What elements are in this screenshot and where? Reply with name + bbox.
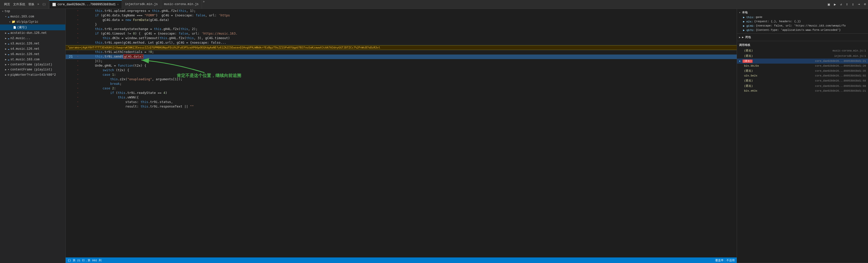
sidebar-item-contentframe2[interactable]: ▶ ▪ contentFrame (playlist) [0,67,65,72]
callstack-row-1[interactable]: (匿名) injectorsdk.min.js:1 [737,53,868,59]
code-line-3: - gC4G.data = new FormData(gC4G.data) [66,18,737,23]
tab-file-icon: ⬜ [52,3,56,6]
sidebar-item-contentframe1[interactable]: ▶ ▪ contentFrame (playlist) [0,62,65,67]
cloud-icon-s3: ☁ [7,42,9,45]
debug-step-out[interactable]: ↥ [851,2,855,7]
local-gc4g-key: ▶ gC4G: [743,24,755,28]
editor-area: - this.tr9i.upload.onprogress = this.gH4… [66,9,737,263]
debug-step-back[interactable]: ⇥ [857,2,861,7]
sidebar-item-s6[interactable]: ▶ ☁ s6.music.126.net [0,52,65,57]
frame-loc-1: injectorsdk.min.js:1 [834,55,866,58]
nav-more[interactable]: » [36,2,40,6]
cloud-icon-s4: ☁ [7,47,9,51]
local-this-key: ▶ this: [743,15,755,19]
callstack-row-5[interactable]: u2x.be2x core_dae028de26...09953b93bd1:9… [737,73,868,78]
sidebar-item-acstatic[interactable]: ▶ ☁ acstatic-dun.126.net [0,30,65,36]
arrow-icon-stpip: ▾ [9,21,10,24]
debug-step-into[interactable]: ↧ [845,2,849,7]
sidebar-item-n2[interactable]: ▶ ☁ n2.music... [0,36,65,41]
local-variables-section: ▾ 本地 ▶ this: ga4e ▶ e2x: {request: {…}, … [737,9,868,34]
frame-name-1: (匿名) [744,54,832,58]
arrow-icon-top: ▾ [2,10,3,13]
code-lines-bottom[interactable]: - this.tr9i.withCredentials = !0; 21 - t… [66,50,737,258]
tab-core[interactable]: ⬜ core_dae028de26...79809953b93bd1 × [49,0,122,8]
right-panel: ▾ 本地 ▶ this: ga4e ▶ e2x: {request: {…}, … [737,9,868,263]
frame-loc-7: core_dae028de26...09953b93bd1:68 [815,85,866,88]
toolbar-preview[interactable]: ▣ [828,2,830,6]
code-line-8: - this.tr9i.open(gC4G.method. Let gC4G.u… [66,41,737,45]
arrow-icon-pip: ▶ [5,73,6,76]
sidebar-item-stmusic[interactable]: ▶ ☁ st.music.163.com [0,57,65,62]
tab-label-injector: injectorsdk.min.js [125,2,158,6]
callstack-row-2[interactable]: ● (匿名) core_dae028de26...09953b93bd1:21 [737,59,868,64]
sidebar-item-index[interactable]: 📄 (索引) [0,25,65,30]
frame-badge-2: (匿名) [743,60,753,63]
callstack-row-3[interactable]: b2x.bkJ3x core_dae028de26...09953b93bd1:… [737,64,868,68]
local-header-label: 本地 [742,10,748,14]
local-qb7u[interactable]: ▶ qb7U: {Content-Type: 'application/x-ww… [737,28,868,32]
cloud-icon-s6: ☁ [7,52,9,56]
sidebar-label-s3: s3.music.126.net [10,42,39,45]
status-position: {} 第 21 行，第 992 列 [68,259,101,262]
frame-name-2: (匿名) [743,59,813,63]
nav-left: 网页 文件系统 替换 » ⟨⟩ [1,0,49,8]
sidebar-label-cf1: contentFrame (playlist) [10,63,52,66]
callstack-row-0[interactable]: (匿名) music-corona.min.js:1 [737,48,868,53]
tabs-more[interactable]: » [202,0,206,8]
arrow-icon-music163: ▾ [5,15,6,18]
sidebar-item-s4[interactable]: ▶ ☁ s4.music.126.net [0,46,65,52]
frame-bullet-2: ● [739,60,741,63]
local-this[interactable]: ▶ this: ga4e [737,15,868,20]
sidebar-item-music163[interactable]: ▾ ☁ music.163.com [0,14,65,19]
sidebar-label-index: (索引) [17,25,27,30]
debug-deactivate[interactable]: ⊘ [863,2,867,7]
debug-step-over[interactable]: ↺ [839,2,843,7]
arrow-icon-cf2: ▶ [5,68,6,71]
local-e2x[interactable]: ▶ e2x: {request: {…}, headers: {…}} [737,20,868,24]
tab-music-corona[interactable]: music-corona.min.js [161,0,202,8]
callstack-row-4[interactable]: (匿名) core_dae028de26...09953b93bd1:35 [737,68,868,73]
code-line-b6: - case 1: [66,73,737,77]
sidebar-item-stpip[interactable]: ▾ 📁 st/pip/lyric [0,19,65,25]
gear-icon-pip: ⚙ [7,73,9,77]
code-line-5: - this.tr9i.onreadystatechange = this.gH… [66,27,737,32]
code-line-b8: - break; [66,82,737,86]
code-line-4: - } [66,23,737,27]
local-e2x-key: ▶ e2x: [743,20,753,23]
frame-name-0: (匿名) [744,49,831,53]
closure-header[interactable]: ▶ ▶ 闭包 [737,35,868,40]
sidebar-item-pipworker[interactable]: ▶ ⚙ pipWorker?ratio=543/480*2 [0,72,65,77]
sidebar-item-s3[interactable]: ▶ ☁ s3.music.126.net [0,41,65,46]
callstack-row-8[interactable]: b2x.eK3x core_dae028de26...09953b93bd1:2… [737,89,868,93]
frame-loc-0: music-corona.min.js:1 [833,49,866,52]
arrow-icon-stmusic: ▶ [5,58,6,61]
frame-name-8: b2x.eK3x [744,89,813,92]
tab-close-core[interactable]: × [117,3,119,6]
code-line-b13: - result: this.tr9i.responseText || "" [66,104,737,109]
sidebar-item-top[interactable]: ▾ top [0,9,65,14]
debug-resume[interactable]: ▶ [833,2,837,7]
tab-injectorsdk[interactable]: injectorsdk.min.js [122,0,161,8]
nav-replace[interactable]: 替换 [27,2,35,6]
sidebar-label-s6: s6.music.126.net [10,53,39,56]
arrow-icon-cf1: ▶ [5,63,6,66]
closure-section: ▶ ▶ 闭包 [737,34,868,41]
status-bar-right: 覆盖率：不适用 [715,259,735,262]
callstack-row-6[interactable]: (匿名) core_dae028de26...09953b93bd1:68 [737,78,868,83]
nav-webpage[interactable]: 网页 [3,2,11,6]
callstack-header: 调用堆栈 [737,42,868,48]
folder-icon-stpip: 📁 [11,20,16,24]
debug-controls: ▶ ↺ ↧ ↥ ⇥ ⊘ [833,2,867,7]
code-top[interactable]: - this.tr9i.upload.onprogress = this.gH4… [66,9,737,45]
cloud-icon-n2: ☁ [7,36,9,40]
frame-loc-6: core_dae028de26...09953b93bd1:68 [815,79,866,82]
expand-icon[interactable]: ⟨⟩ [41,2,47,6]
callstack-row-7[interactable]: (匿名) core_dae028de26...09953b93bd1:68 [737,83,868,89]
callstack-header-label: 调用堆栈 [739,43,750,47]
local-gc4g[interactable]: ▶ gC4G: {noescape: false, url: 'https://… [737,24,868,28]
local-variables-header[interactable]: ▾ 本地 [737,10,868,15]
nav-filesystem[interactable]: 文件系统 [12,2,26,6]
code-line-b7: - this.z2x("onuploading", arguments[1]); [66,77,737,82]
cloud-icon-music163: ☁ [7,14,9,19]
closure-collapse-icon: ▶ [739,36,741,39]
